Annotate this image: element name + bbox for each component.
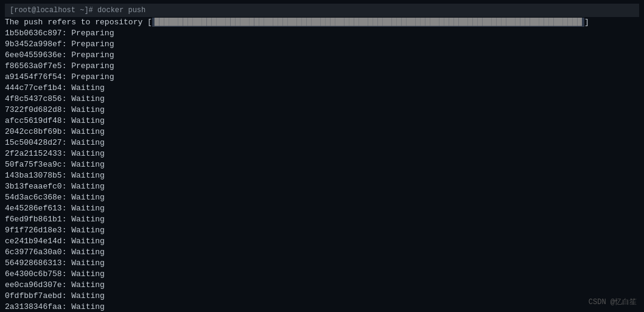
status-text: Waiting xyxy=(71,226,105,235)
terminal-line-l20: ce241b94e14d: Waiting xyxy=(5,236,639,247)
hash-id: 6c39776a30a0 xyxy=(5,248,62,257)
hash-id: 1b5b0636c897 xyxy=(5,29,62,38)
terminal-line-l12: 2f2a21152433: Waiting xyxy=(5,148,639,159)
terminal-line-l25: 0fdfbbf7aebd: Waiting xyxy=(5,291,639,302)
hash-id: a91454f76f54 xyxy=(5,72,62,81)
terminal-line-l23: 6e4300c6b758: Waiting xyxy=(5,269,639,280)
status-text: Waiting xyxy=(71,182,105,191)
status-text: Waiting xyxy=(71,302,105,311)
terminal-line-l1: 1b5b0636c897: Preparing xyxy=(5,28,639,39)
terminal-line-l10: 2042cc8bf69b: Waiting xyxy=(5,127,639,137)
status-text: Waiting xyxy=(71,215,105,224)
terminal-line-l26: 2a3138346faa: Waiting xyxy=(5,302,639,312)
terminal-line-l22: 564928686313: Waiting xyxy=(5,258,639,269)
status-text: Waiting xyxy=(71,83,105,92)
top-bar-text: [root@localhost ~]# docker push xyxy=(10,6,466,15)
status-text: Preparing xyxy=(71,40,114,49)
push-repo-line: The push refers to repository [█████████… xyxy=(5,17,639,28)
terminal-line-l17: 4e45286ef613: Waiting xyxy=(5,203,639,214)
hash-id: ee0ca96d307e xyxy=(5,280,62,289)
terminal-line-l14: 143ba13078b5: Waiting xyxy=(5,170,639,181)
status-text: Waiting xyxy=(71,204,105,213)
status-text: Waiting xyxy=(71,269,105,279)
hash-id: 143ba13078b5 xyxy=(5,171,62,180)
hash-id: 2a3138346faa xyxy=(5,302,62,311)
hash-id: 15c500428d27 xyxy=(5,138,62,147)
terminal-line-l18: f6ed9fb861b1: Waiting xyxy=(5,214,639,225)
top-bar: [root@localhost ~]# docker push xyxy=(5,4,639,17)
hash-id: 54d3ac6c368e xyxy=(5,193,62,202)
terminal-line-l21: 6c39776a30a0: Waiting xyxy=(5,247,639,258)
terminal-line-l8: 7322f0d682d8: Waiting xyxy=(5,105,639,116)
terminal-line-l6: 444c77cef1b4: Waiting xyxy=(5,83,639,94)
hash-id: afcc5619df48 xyxy=(5,116,62,125)
hash-id: 0fdfbbf7aebd xyxy=(5,291,62,300)
hash-id: f6ed9fb861b1 xyxy=(5,215,62,224)
hash-id: 6ee04559636e xyxy=(5,50,62,60)
hash-id: 9b3452a998ef xyxy=(5,40,62,49)
hash-id: f86563a0f7e5 xyxy=(5,61,62,71)
status-text: Waiting xyxy=(71,248,105,257)
status-text: Waiting xyxy=(71,127,105,136)
status-text: Waiting xyxy=(71,280,105,289)
status-text: Preparing xyxy=(71,61,114,71)
status-text: Waiting xyxy=(71,149,105,158)
terminal-line-l19: 9f1f726d18e3: Waiting xyxy=(5,225,639,236)
terminal-line-l7: 4f8c5437c856: Waiting xyxy=(5,94,639,105)
hash-id: 2042cc8bf69b xyxy=(5,127,62,136)
status-text: Waiting xyxy=(71,171,105,180)
terminal-line-l16: 54d3ac6c368e: Waiting xyxy=(5,192,639,203)
hash-id: 50fa75f3ea9c xyxy=(5,160,62,169)
hash-id: ce241b94e14d xyxy=(5,237,62,246)
status-text: Preparing xyxy=(71,50,114,60)
hash-id: 7322f0d682d8 xyxy=(5,105,62,114)
status-text: Waiting xyxy=(71,291,105,300)
status-text: Waiting xyxy=(71,138,105,147)
hash-id: 3b13feaaefc0 xyxy=(5,182,62,191)
status-text: Preparing xyxy=(71,29,114,38)
status-text: Waiting xyxy=(71,105,105,114)
terminal: [root@localhost ~]# docker push The push… xyxy=(0,0,644,312)
watermark: CSDN @忆白笙 xyxy=(589,297,637,307)
terminal-line-l2: 9b3452a998ef: Preparing xyxy=(5,39,639,50)
status-text: Waiting xyxy=(71,258,105,268)
hash-id: 4e45286ef613 xyxy=(5,204,62,213)
push-text: The push refers to repository [█████████… xyxy=(5,18,589,27)
terminal-line-l9: afcc5619df48: Waiting xyxy=(5,116,639,127)
hash-id: 4f8c5437c856 xyxy=(5,94,62,103)
terminal-line-l13: 50fa75f3ea9c: Waiting xyxy=(5,159,639,170)
status-text: Waiting xyxy=(71,193,105,202)
terminal-line-l5: a91454f76f54: Preparing xyxy=(5,72,639,83)
status-text: Waiting xyxy=(71,116,105,125)
status-text: Waiting xyxy=(71,160,105,169)
terminal-line-l11: 15c500428d27: Waiting xyxy=(5,137,639,148)
status-text: Waiting xyxy=(71,237,105,246)
hash-id: 9f1f726d18e3 xyxy=(5,226,62,235)
hash-id: 6e4300c6b758 xyxy=(5,269,62,279)
hash-id: 444c77cef1b4 xyxy=(5,83,62,92)
hash-id: 564928686313 xyxy=(5,258,62,268)
terminal-line-l24: ee0ca96d307e: Waiting xyxy=(5,280,639,291)
terminal-line-l15: 3b13feaaefc0: Waiting xyxy=(5,181,639,192)
status-text: Preparing xyxy=(71,72,114,81)
terminal-line-l4: f86563a0f7e5: Preparing xyxy=(5,61,639,72)
terminal-line-l3: 6ee04559636e: Preparing xyxy=(5,50,639,61)
hash-id: 2f2a21152433 xyxy=(5,149,62,158)
status-text: Waiting xyxy=(71,94,105,103)
terminal-lines: 1b5b0636c897: Preparing9b3452a998ef: Pre… xyxy=(5,28,639,312)
